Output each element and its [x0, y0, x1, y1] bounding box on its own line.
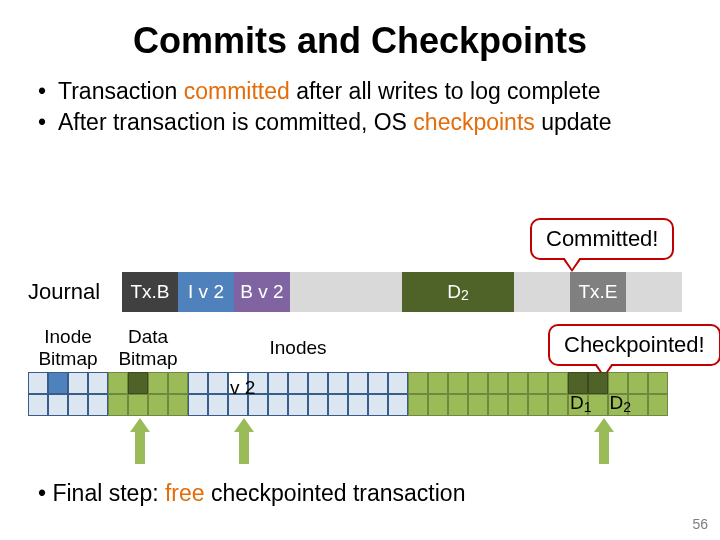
journal-gap — [290, 272, 402, 312]
grid-cell — [168, 394, 188, 416]
grid-cell — [488, 394, 508, 416]
grid-cell — [28, 394, 48, 416]
grid-cell — [608, 372, 628, 394]
grid-cell — [488, 372, 508, 394]
grid-cell — [188, 394, 208, 416]
grid-cell — [468, 372, 488, 394]
arrow-up-icon — [234, 418, 254, 464]
grid-cell — [328, 394, 348, 416]
grid-cell — [88, 394, 108, 416]
grid-cell — [308, 372, 328, 394]
callout-tail-icon — [562, 258, 582, 272]
journal-row: Journal Tx.B I v 2 B v 2 D2 Tx.E — [28, 272, 682, 312]
grid-cell — [428, 372, 448, 394]
checkpointed-callout: Checkpointed! — [548, 324, 720, 366]
data-bitmap-label: Data Bitmap — [108, 326, 188, 370]
bullet-1-post: after all writes to log complete — [290, 78, 601, 104]
bullet-2-pre: After transaction is committed, OS — [58, 109, 413, 135]
grid-cell — [528, 394, 548, 416]
journal-track: Tx.B I v 2 B v 2 D2 Tx.E — [122, 272, 682, 312]
final-pre: Final step: — [52, 480, 165, 506]
bullet-list: Transaction committed after all writes t… — [0, 76, 720, 138]
inodes-label: Inodes — [188, 326, 408, 370]
final-post: checkpointed transaction — [205, 480, 466, 506]
grid-cell — [308, 394, 328, 416]
grid-cell — [208, 372, 228, 394]
inode-v2-label: v 2 — [230, 377, 255, 399]
grid-cell — [288, 394, 308, 416]
grid-cell — [368, 394, 388, 416]
grid-cell — [508, 394, 528, 416]
final-em: free — [165, 480, 205, 506]
grid-cell — [408, 394, 428, 416]
grid-cell — [188, 372, 208, 394]
arrow-up-icon — [594, 418, 614, 464]
grid-cell — [108, 394, 128, 416]
grid-cell — [168, 372, 188, 394]
grid-cell — [108, 372, 128, 394]
grid-cell — [208, 394, 228, 416]
grid-cell-data-used — [128, 372, 148, 394]
bullet-1: Transaction committed after all writes t… — [38, 76, 682, 107]
bullet-1-pre: Transaction — [58, 78, 184, 104]
journal-iv2: I v 2 — [178, 272, 234, 312]
grid-cell — [508, 372, 528, 394]
checkpointed-text: Checkpointed! — [564, 332, 705, 357]
grid-cell — [448, 372, 468, 394]
data-d1-cell — [568, 372, 588, 394]
grid-cell — [468, 394, 488, 416]
data-d2-cell — [588, 372, 608, 394]
grid-cell — [648, 394, 668, 416]
inode-bitmap-label: Inode Bitmap — [28, 326, 108, 370]
bullet-2-em: checkpoints — [413, 109, 534, 135]
journal-d2-sub: 2 — [461, 287, 469, 303]
grid-cell — [88, 372, 108, 394]
d1-d2-labels: D1 D2 — [570, 392, 631, 414]
d1-label: D1 — [570, 392, 592, 414]
bullet-2-post: update — [535, 109, 612, 135]
grid-cell — [408, 372, 428, 394]
grid-cell — [428, 394, 448, 416]
grid-cell — [548, 372, 568, 394]
journal-gap2 — [514, 272, 570, 312]
grid-cell — [628, 372, 648, 394]
bullet-2: After transaction is committed, OS check… — [38, 107, 682, 138]
bullet-1-em: committed — [184, 78, 290, 104]
final-step-bullet: Final step: free checkpointed transactio… — [38, 480, 465, 507]
grid-cell — [28, 372, 48, 394]
journal-txb: Tx.B — [122, 272, 178, 312]
grid-cell — [528, 372, 548, 394]
grid-cell — [388, 394, 408, 416]
slide-title: Commits and Checkpoints — [0, 0, 720, 76]
journal-d2: D2 — [402, 272, 514, 312]
journal-bv2: B v 2 — [234, 272, 290, 312]
grid-cell — [348, 394, 368, 416]
journal-txe: Tx.E — [570, 272, 626, 312]
journal-label: Journal — [28, 279, 122, 305]
grid-cell — [148, 372, 168, 394]
grid-cell — [48, 394, 68, 416]
committed-text: Committed! — [546, 226, 658, 251]
grid-cell — [448, 394, 468, 416]
grid-cell — [268, 394, 288, 416]
grid-cell — [68, 394, 88, 416]
arrow-up-icon — [130, 418, 150, 464]
grid-cell-inode-used — [48, 372, 68, 394]
grid-cell — [348, 372, 368, 394]
journal-d2-d: D — [447, 281, 461, 303]
grid-cell — [328, 372, 348, 394]
grid-cell — [548, 394, 568, 416]
grid-cell — [68, 372, 88, 394]
grid-cell — [148, 394, 168, 416]
committed-callout: Committed! — [530, 218, 674, 260]
grid-cell — [128, 394, 148, 416]
page-number: 56 — [692, 516, 708, 532]
d2-label: D2 — [610, 392, 632, 414]
grid-cell — [368, 372, 388, 394]
grid-row-1 — [28, 372, 668, 394]
grid-cell — [388, 372, 408, 394]
grid-cell — [288, 372, 308, 394]
grid-cell — [268, 372, 288, 394]
grid-cell — [648, 372, 668, 394]
